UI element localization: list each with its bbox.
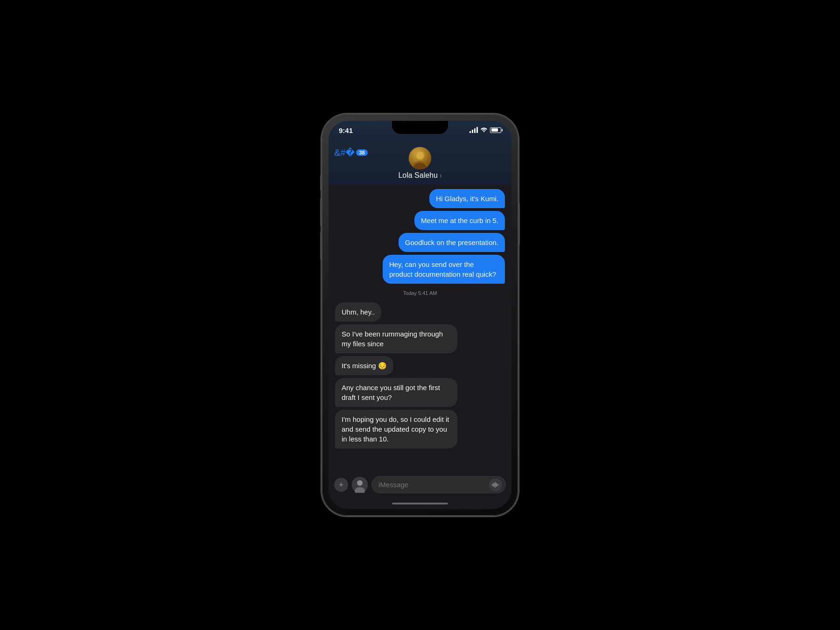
sent-bubble: Hi Gladys, it's Kumi.	[429, 189, 505, 208]
message-text: Uhm, hey..	[342, 308, 375, 316]
message-text: It's missing 😔	[342, 362, 387, 370]
message-text: So I've been rummaging through my files …	[342, 330, 443, 348]
message-row: Meet me at the curb in 5.	[335, 211, 505, 230]
chat-header: &#� 38 Lola Salehu ›	[329, 144, 511, 184]
volume-down-button[interactable]	[320, 232, 322, 260]
sender-avatar	[352, 477, 368, 493]
message-text: Goodluck on the presentation.	[405, 238, 498, 246]
status-time: 9:41	[339, 126, 353, 134]
message-row: It's missing 😔	[335, 356, 505, 375]
notch	[392, 121, 448, 134]
battery-icon	[490, 127, 501, 133]
message-timestamp: Today 5:41 AM	[335, 290, 505, 296]
message-text: I'm hoping you do, so I could edit it an…	[342, 415, 449, 443]
input-bar: +	[329, 472, 511, 498]
phone-screen: 9:41 &#�	[329, 121, 511, 509]
sender-avatar-wrap	[352, 477, 368, 493]
wifi-icon	[480, 126, 488, 133]
svg-rect-7	[492, 484, 493, 486]
back-button[interactable]: &#� 38	[334, 148, 368, 157]
message-input[interactable]	[371, 476, 506, 493]
contact-chevron-icon: ›	[440, 172, 442, 179]
message-row: Hey, can you send over the product docum…	[335, 255, 505, 284]
received-bubble: Any chance you still got the first draft…	[335, 378, 457, 407]
phone-frame: 9:41 &#�	[322, 114, 518, 516]
messages-area[interactable]: Hi Gladys, it's Kumi. Meet me at the cur…	[329, 184, 511, 472]
contact-avatar[interactable]	[409, 147, 431, 169]
message-text: Hi Gladys, it's Kumi.	[436, 195, 498, 203]
message-row: Uhm, hey..	[335, 302, 505, 322]
status-icons	[469, 126, 501, 133]
message-text: Any chance you still got the first draft…	[342, 384, 440, 401]
svg-rect-9	[495, 482, 496, 488]
message-input-wrap	[371, 476, 506, 493]
sent-bubble: Goodluck on the presentation.	[399, 233, 505, 252]
back-badge: 38	[356, 149, 367, 156]
received-bubble: I'm hoping you do, so I could edit it an…	[335, 410, 457, 448]
mute-button[interactable]	[320, 175, 322, 191]
svg-point-5	[357, 480, 363, 486]
message-row: Any chance you still got the first draft…	[335, 378, 505, 407]
message-text: Meet me at the curb in 5.	[421, 217, 498, 224]
signal-icon	[469, 127, 478, 133]
home-bar	[392, 503, 448, 504]
power-button[interactable]	[518, 203, 520, 245]
received-bubble: It's missing 😔	[335, 356, 393, 375]
sent-bubble: Meet me at the curb in 5.	[414, 211, 505, 230]
home-indicator	[329, 498, 511, 509]
svg-rect-10	[496, 483, 497, 487]
svg-rect-8	[493, 483, 494, 487]
message-row: I'm hoping you do, so I could edit it an…	[335, 410, 505, 448]
back-chevron-icon: &#�	[334, 148, 355, 157]
sent-bubble: Hey, can you send over the product docum…	[383, 255, 505, 284]
avatar-image	[409, 147, 431, 169]
message-row: Hi Gladys, it's Kumi.	[335, 189, 505, 208]
received-bubble: Uhm, hey..	[335, 302, 381, 322]
message-row: So I've been rummaging through my files …	[335, 324, 505, 353]
waveform-icon	[492, 482, 499, 488]
add-attachment-wrap: +	[334, 478, 348, 492]
svg-point-2	[416, 152, 424, 159]
status-bar: 9:41	[329, 121, 511, 144]
contact-name-row[interactable]: Lola Salehu ›	[398, 171, 441, 180]
message-text: Hey, can you send over the product docum…	[389, 260, 496, 278]
add-attachment-button[interactable]: +	[334, 478, 348, 492]
volume-up-button[interactable]	[320, 198, 322, 226]
svg-rect-11	[497, 484, 498, 486]
contact-name-text: Lola Salehu	[398, 171, 438, 180]
received-bubble: So I've been rummaging through my files …	[335, 324, 457, 353]
audio-button[interactable]	[489, 478, 502, 491]
message-row: Goodluck on the presentation.	[335, 233, 505, 252]
